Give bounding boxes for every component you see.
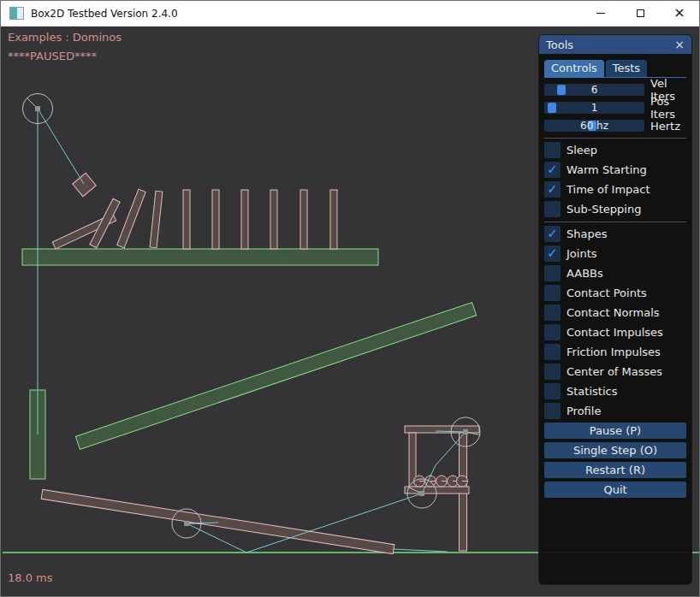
domino-5[interactable] bbox=[183, 190, 190, 249]
joint-line bbox=[393, 549, 448, 552]
checkbox-box[interactable]: ✓ bbox=[544, 162, 561, 178]
checkbox-box[interactable] bbox=[544, 201, 561, 217]
window-titlebar[interactable]: Box2D Testbed Version 2.4.0 × bbox=[1, 1, 699, 27]
checkbox-box[interactable] bbox=[544, 403, 561, 419]
checkbox-friction-impulses[interactable]: Friction Impulses bbox=[544, 344, 686, 360]
button-group: Pause (P)Single Step (O)Restart (R)Quit bbox=[544, 423, 686, 498]
checkbox-label: Sleep bbox=[567, 144, 597, 157]
checkbox-label: Joints bbox=[567, 247, 597, 260]
separator bbox=[544, 222, 686, 222]
paused-label: ****PAUSED**** bbox=[8, 50, 97, 62]
ball-bodies[interactable] bbox=[414, 476, 468, 487]
checkbox-center-of-masses[interactable]: Center of Masses bbox=[544, 364, 686, 380]
checkbox-shapes[interactable]: ✓Shapes bbox=[544, 226, 686, 242]
frame-time-label: 18.0 ms bbox=[8, 571, 53, 584]
maximize-button[interactable] bbox=[620, 1, 660, 27]
tab-tests[interactable]: Tests bbox=[606, 60, 647, 77]
quit-button[interactable]: Quit bbox=[544, 482, 686, 498]
minimize-icon bbox=[596, 13, 605, 14]
slider-label: Pos Iters bbox=[650, 95, 686, 121]
body-origin-marker bbox=[463, 429, 468, 434]
app-window: Box2D Testbed Version 2.4.0 × Examples :… bbox=[0, 0, 700, 597]
checkbox-label: Shapes bbox=[567, 228, 607, 240]
checkbox-box[interactable]: ✓ bbox=[544, 226, 561, 242]
tools-panel-body: ControlsTests 6Vel Iters1Pos Iters60 hzH… bbox=[539, 54, 691, 498]
domino-6[interactable] bbox=[212, 190, 219, 249]
tools-panel-titlebar[interactable]: Tools × bbox=[539, 35, 691, 54]
domino-3[interactable] bbox=[117, 189, 145, 248]
restart-r-button[interactable]: Restart (R) bbox=[544, 462, 686, 478]
checkbox-box[interactable] bbox=[544, 344, 561, 360]
checkbox-label: Profile bbox=[567, 405, 601, 417]
tilted-plank[interactable] bbox=[41, 489, 394, 553]
checkbox-box[interactable] bbox=[544, 142, 561, 158]
checkmark-icon: ✓ bbox=[547, 163, 558, 176]
close-button[interactable]: × bbox=[660, 1, 699, 27]
window-title: Box2D Testbed Version 2.4.0 bbox=[31, 8, 581, 20]
checkmark-icon: ✓ bbox=[547, 183, 558, 196]
checkbox-profile[interactable]: Profile bbox=[544, 403, 686, 419]
domino-4[interactable] bbox=[150, 191, 163, 247]
checkbox-contact-points[interactable]: Contact Points bbox=[544, 285, 686, 301]
domino-7[interactable] bbox=[241, 190, 248, 249]
checkbox-sub-stepping[interactable]: Sub-Stepping bbox=[544, 201, 686, 217]
static-bodies bbox=[22, 249, 477, 479]
checkbox-contact-impulses[interactable]: Contact Impulses bbox=[544, 324, 686, 340]
maximize-icon bbox=[637, 9, 644, 17]
tab-bar: ControlsTests bbox=[544, 57, 686, 78]
tab-controls[interactable]: Controls bbox=[544, 60, 604, 77]
tools-panel: Tools × ControlsTests 6Vel Iters1Pos Ite… bbox=[538, 34, 692, 585]
slider-row-hertz: 60 hzHertz bbox=[544, 120, 686, 132]
pause-p-button[interactable]: Pause (P) bbox=[544, 423, 686, 439]
checkbox-box[interactable] bbox=[544, 383, 561, 399]
slider-value: 1 bbox=[544, 102, 644, 114]
checkbox-contact-normals[interactable]: Contact Normals bbox=[544, 304, 686, 321]
checkbox-label: Sub-Stepping bbox=[567, 203, 641, 216]
minimize-button[interactable] bbox=[581, 1, 620, 27]
slider-row-vel-iters: 6Vel Iters bbox=[544, 84, 686, 96]
checkmark-icon: ✓ bbox=[547, 247, 558, 260]
checkbox-label: AABBs bbox=[567, 267, 603, 280]
domino-10[interactable] bbox=[330, 190, 337, 249]
tools-panel-title: Tools bbox=[546, 38, 573, 51]
simulation-viewport[interactable]: Examples : Dominos ****PAUSED**** 18.0 m… bbox=[1, 27, 699, 596]
checkbox-warm-starting[interactable]: ✓Warm Starting bbox=[544, 162, 686, 178]
checkbox-box[interactable]: ✓ bbox=[544, 181, 561, 198]
checkbox-label: Contact Points bbox=[567, 287, 647, 299]
body-origin-marker bbox=[419, 491, 424, 496]
checkbox-box[interactable] bbox=[544, 285, 561, 301]
checkbox-joints[interactable]: ✓Joints bbox=[544, 245, 686, 262]
slider-value: 6 bbox=[544, 84, 644, 96]
example-label: Examples : Dominos bbox=[8, 31, 122, 44]
checkbox-aabbs[interactable]: AABBs bbox=[544, 265, 686, 281]
checkbox-label: Statistics bbox=[567, 385, 617, 398]
close-icon: × bbox=[673, 6, 685, 20]
checkbox-box[interactable] bbox=[544, 364, 561, 380]
shelf-platform bbox=[22, 249, 378, 265]
checkbox-box[interactable] bbox=[544, 304, 561, 321]
separator bbox=[544, 138, 686, 139]
domino-8[interactable] bbox=[270, 190, 277, 249]
checkbox-label: Warm Starting bbox=[567, 163, 647, 176]
checkbox-label: Contact Normals bbox=[567, 306, 660, 319]
pendulum-box[interactable] bbox=[73, 173, 97, 196]
checkbox-group: Sleep✓Warm Starting✓Time of ImpactSub-St… bbox=[544, 142, 686, 419]
slider-vel-iters[interactable]: 6 bbox=[544, 84, 644, 96]
checkbox-box[interactable] bbox=[544, 265, 561, 281]
slider-pos-iters[interactable]: 1 bbox=[544, 102, 644, 114]
checkbox-box[interactable] bbox=[544, 324, 561, 340]
joint-line bbox=[38, 109, 84, 184]
checkbox-statistics[interactable]: Statistics bbox=[544, 383, 686, 399]
checkbox-label: Time of Impact bbox=[567, 183, 650, 196]
checkbox-sleep[interactable]: Sleep bbox=[544, 142, 686, 158]
checkbox-label: Contact Impulses bbox=[567, 326, 663, 339]
single-step-o-button[interactable]: Single Step (O) bbox=[544, 442, 686, 458]
slider-label: Hertz bbox=[650, 120, 680, 133]
close-icon[interactable]: × bbox=[674, 38, 685, 50]
checkbox-label: Friction Impulses bbox=[567, 346, 661, 358]
domino-9[interactable] bbox=[300, 190, 307, 249]
checkbox-time-of-impact[interactable]: ✓Time of Impact bbox=[544, 181, 686, 198]
slider-hertz[interactable]: 60 hz bbox=[544, 120, 644, 132]
body-origin-marker bbox=[35, 106, 40, 111]
checkbox-box[interactable]: ✓ bbox=[544, 245, 561, 262]
